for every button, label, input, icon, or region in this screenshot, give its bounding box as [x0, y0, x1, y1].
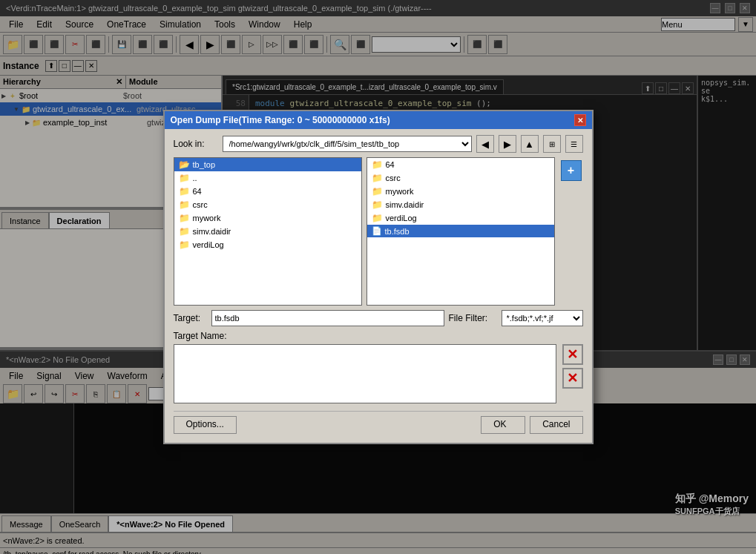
file-item-tb_top[interactable]: 📂 tb_top: [174, 158, 361, 171]
file-item-r-64[interactable]: 📁 64: [367, 158, 554, 171]
file-name-simvdaidir: simv.daidir: [193, 227, 231, 236]
cancel-btn[interactable]: Cancel: [530, 416, 582, 434]
dialog-body: Look in: /home/wangyl/wrk/gtx/clk_diff/5…: [165, 129, 592, 443]
nav-grid-btn[interactable]: ⊞: [543, 135, 561, 153]
file-name-r-mywork: mywork: [386, 187, 414, 196]
file-icon-tbfsdb: 📄: [372, 226, 382, 236]
dialog-close-btn[interactable]: ✕: [574, 114, 586, 126]
file-item-r-csrc[interactable]: 📁 csrc: [367, 171, 554, 185]
file-item-verdilog[interactable]: 📁 verdiLog: [174, 238, 361, 251]
folder-icon-r-64: 📁: [372, 159, 383, 170]
dialog-footer: Options... OK Cancel: [174, 411, 583, 437]
file-item-dotdot[interactable]: 📁 ..: [174, 171, 361, 185]
file-item-r-tbfsdb[interactable]: 📄 tb.fsdb: [367, 225, 554, 237]
target-label: Target:: [174, 313, 207, 323]
file-name-csrc: csrc: [193, 200, 208, 209]
options-btn[interactable]: Options...: [174, 416, 237, 434]
add-btn-group: +: [559, 157, 583, 306]
watermark-line2: SUNFPGA干货店: [675, 506, 749, 517]
file-item-r-verdilog[interactable]: 📁 verdiLog: [367, 211, 554, 225]
look-in-combo[interactable]: /home/wangyl/wrk/gtx/clk_diff/5/sim_test…: [223, 136, 472, 152]
folder-icon-dotdot: 📁: [179, 173, 190, 183]
file-name-r-tbfsdb: tb.fsdb: [385, 227, 410, 236]
file-name-64: 64: [193, 187, 202, 196]
folder-icon-csrc: 📁: [179, 199, 190, 210]
remove-all-btn[interactable]: ✕: [562, 368, 583, 389]
target-row: Target: File Filter: *.fsdb;*.vf;*.jf: [174, 310, 583, 326]
remove-btn[interactable]: ✕: [562, 344, 583, 365]
folder-icon-64: 📁: [179, 186, 190, 197]
folder-open-icon: 📂: [179, 159, 190, 170]
file-item-mywork[interactable]: 📁 mywork: [174, 211, 361, 225]
file-list-right[interactable]: 📁 64 📁 csrc 📁 mywork 📁 simv.daidir: [367, 157, 555, 306]
file-name-mywork: mywork: [193, 214, 221, 222]
look-in-label: Look in:: [174, 139, 218, 149]
folder-icon-mywork: 📁: [179, 213, 190, 223]
ok-btn[interactable]: OK: [481, 416, 525, 434]
watermark: 知乎 @Memory SUNFPGA干货店: [675, 492, 749, 517]
file-name-verdilog: verdiLog: [193, 240, 224, 249]
filter-label: File Filter:: [449, 313, 497, 323]
file-item-simvdaidir[interactable]: 📁 simv.daidir: [174, 225, 361, 238]
file-item-csrc[interactable]: 📁 csrc: [174, 198, 361, 211]
file-name-tb_top: tb_top: [193, 160, 216, 169]
target-input[interactable]: [211, 310, 444, 326]
file-name-r-verdilog: verdiLog: [386, 214, 417, 222]
look-in-row: Look in: /home/wangyl/wrk/gtx/clk_diff/5…: [174, 135, 583, 153]
folder-icon-simvdaidir: 📁: [179, 226, 190, 237]
nav-back-btn[interactable]: ◀: [476, 135, 494, 153]
nav-fwd-btn[interactable]: ▶: [499, 135, 516, 153]
watermark-line1: 知乎 @Memory: [675, 492, 749, 506]
target-name-section: Target Name: ✕ ✕: [174, 331, 583, 408]
folder-icon-r-mywork: 📁: [372, 186, 383, 197]
file-name-r-simvdaidir: simv.daidir: [386, 200, 424, 209]
nav-list-btn[interactable]: ☰: [565, 135, 583, 153]
dialog-title-bar: Open Dump File(Time Range: 0 ~ 500000000…: [165, 111, 592, 129]
target-side-buttons: ✕ ✕: [562, 344, 583, 389]
file-name-dotdot: ..: [193, 174, 197, 182]
nav-up-btn[interactable]: ▲: [521, 135, 539, 153]
file-item-64[interactable]: 📁 64: [174, 185, 361, 198]
dialog-overlay: Open Dump File(Time Range: 0 ~ 500000000…: [0, 0, 756, 554]
file-item-r-mywork[interactable]: 📁 mywork: [367, 185, 554, 198]
file-name-r-csrc: csrc: [386, 174, 401, 182]
target-name-area[interactable]: [174, 344, 556, 403]
add-file-btn[interactable]: +: [561, 160, 582, 181]
target-name-label: Target Name:: [174, 331, 583, 341]
dialog-title: Open Dump File(Time Range: 0 ~ 500000000…: [171, 115, 390, 125]
file-area: 📂 tb_top 📁 .. 📁 64 📁 csrc: [174, 157, 583, 306]
folder-icon-r-csrc: 📁: [372, 173, 383, 183]
folder-icon-verdilog: 📁: [179, 240, 190, 250]
folder-icon-r-verdilog: 📁: [372, 213, 383, 223]
filter-combo[interactable]: *.fsdb;*.vf;*.jf: [502, 310, 583, 326]
folder-icon-r-simvdaidir: 📁: [372, 199, 383, 210]
file-list-left[interactable]: 📂 tb_top 📁 .. 📁 64 📁 csrc: [174, 157, 362, 306]
dialog-action-btns: OK Cancel: [481, 416, 582, 434]
file-item-r-simvdaidir[interactable]: 📁 simv.daidir: [367, 198, 554, 211]
open-dump-dialog: Open Dump File(Time Range: 0 ~ 500000000…: [163, 110, 594, 444]
file-name-r-64: 64: [386, 160, 395, 169]
